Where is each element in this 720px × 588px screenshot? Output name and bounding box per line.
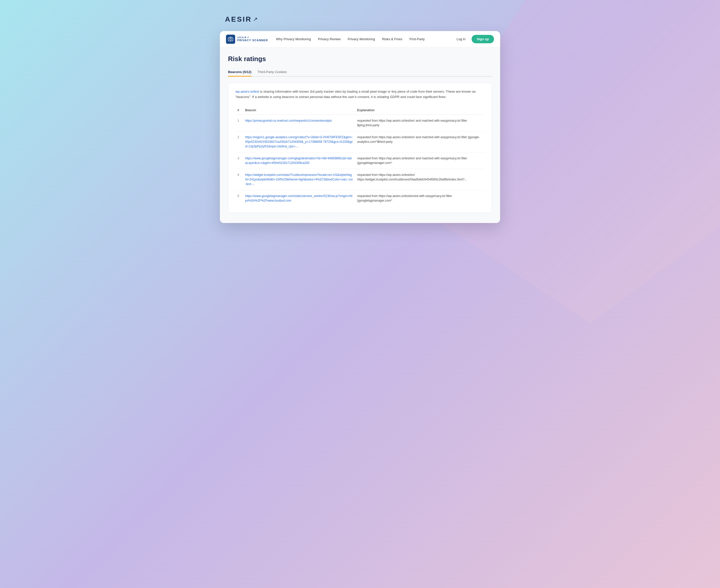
beacon-link[interactable]: https://www.googletagmanager.com/static/… [245,194,352,202]
row-beacon: https://www.googletagmanager.com/gtag/de… [243,152,355,169]
table-header-row: # Beacon Explanation [235,106,485,115]
svg-rect-2 [230,37,231,38]
beacon-link[interactable]: https://widget.trustpilot.com/stats/Trus… [245,173,353,186]
svg-point-1 [230,38,232,40]
navbar: AESIR↗ PRIVACY SCANNER Why Privacy Monit… [220,31,500,47]
row-explanation: requested from https://wp.aesirx.io/test… [355,152,485,169]
brand-scanner-label: PRIVACY SCANNER [237,39,268,42]
nav-link-privacy-review[interactable]: Privacy Review [315,35,344,43]
nav-link-why-privacy[interactable]: Why Privacy Monitoring [273,35,314,43]
row-beacon: https://region1.google-analytics.com/g/c… [243,131,355,152]
nav-brand[interactable]: AESIR↗ PRIVACY SCANNER [226,35,268,44]
beacons-table: # Beacon Explanation 1https://privacypor… [235,106,485,206]
table-row: 2https://region1.google-analytics.com/g/… [235,131,485,152]
col-header-num: # [235,106,243,115]
row-beacon: https://privacyportal-ca.onetrust.com/re… [243,114,355,131]
tab-third-party-cookies[interactable]: Third-Party Cookies [258,68,287,77]
tabs: Beacons (5/12) Third-Party Cookies [228,68,492,77]
row-explanation: requested from https://wp.aesirx.io/test… [355,190,485,206]
login-link[interactable]: Log in [454,35,468,43]
row-num: 3 [235,152,243,169]
signup-button[interactable]: Sign up [472,35,494,43]
table-row: 5https://www.googletagmanager.com/static… [235,190,485,206]
page-title: Risk ratings [228,55,492,63]
browser-window: AESIR↗ PRIVACY SCANNER Why Privacy Monit… [220,31,500,223]
tab-beacons[interactable]: Beacons (5/12) [228,68,252,77]
table-row: 3https://www.googletagmanager.com/gtag/d… [235,152,485,169]
row-num: 1 [235,114,243,131]
row-beacon: https://www.googletagmanager.com/static/… [243,190,355,206]
nav-links: Why Privacy Monitoring Privacy Review Pr… [273,35,454,43]
nav-link-risks-fines[interactable]: Risks & Fines [379,35,405,43]
row-num: 2 [235,131,243,152]
row-explanation: requested from https://wp.aesirx.io/test… [355,169,485,190]
col-header-beacon: Beacon [243,106,355,115]
brand-aesir-label: AESIR↗ [237,36,268,39]
beacon-link[interactable]: https://region1.google-analytics.com/g/c… [245,135,353,148]
top-logo: AESIR↗ [225,15,500,23]
nav-actions: Log in Sign up [454,35,494,43]
nav-link-privacy-monitoring[interactable]: Privacy Monitoring [345,35,378,43]
top-logo-area: AESIR↗ [220,10,500,31]
description-text: wp.aesirx.io/test is sharing information… [235,89,485,100]
svg-rect-0 [228,38,233,41]
table-row: 1https://privacyportal-ca.onetrust.com/r… [235,114,485,131]
brand-text: AESIR↗ PRIVACY SCANNER [237,36,268,42]
top-logo-text: AESIR [225,15,252,23]
row-beacon: https://widget.trustpilot.com/stats/Trus… [243,169,355,190]
beacon-link[interactable]: https://www.googletagmanager.com/gtag/de… [245,156,352,165]
row-explanation: requested from https://wp.aesirx.io/test… [355,131,485,152]
top-logo-arrow: ↗ [253,16,259,23]
main-content: Risk ratings Beacons (5/12) Third-Party … [220,47,500,223]
site-link[interactable]: wp.aesirx.io/test [235,90,259,93]
row-num: 4 [235,169,243,190]
beacon-link[interactable]: https://privacyportal-ca.onetrust.com/re… [245,119,332,122]
table-row: 4https://widget.trustpilot.com/stats/Tru… [235,169,485,190]
nav-link-first-party[interactable]: First-Party [406,35,428,43]
content-card: wp.aesirx.io/test is sharing information… [228,83,492,213]
row-explanation: requested from https://wp.aesirx.io/test… [355,114,485,131]
description-body: is sharing information with known 3rd pa… [235,90,476,99]
brand-icon [226,35,235,44]
row-num: 5 [235,190,243,206]
col-header-explanation: Explanation [355,106,485,115]
